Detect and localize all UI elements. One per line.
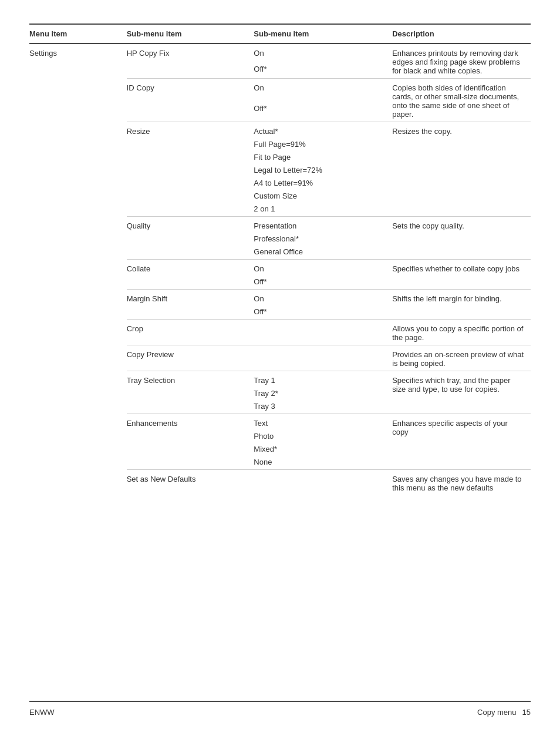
sub-menu-1-cell: Collate [127, 260, 254, 290]
sub-menu-2-cell: On [254, 43, 392, 63]
description-cell: Provides an on-screen preview of what is… [392, 345, 531, 371]
description-cell: Allows you to copy a specific portion of… [392, 320, 531, 345]
sub-menu-2-cell: 2 on 1 [254, 203, 392, 217]
sub-menu-2-cell: Legal to Letter=72% [254, 164, 392, 177]
col-header-sub-menu-2: Sub-menu item [254, 24, 392, 43]
sub-menu-1-cell: HP Copy Fix [127, 43, 254, 79]
sub-menu-2-cell: A4 to Letter=91% [254, 177, 392, 190]
sub-menu-2-cell: On [254, 260, 392, 277]
sub-menu-2-cell: Tray 3 [254, 401, 392, 414]
sub-menu-2-cell: On [254, 290, 392, 307]
sub-menu-2-cell: Tray 1 [254, 371, 392, 388]
sub-menu-2-cell: Fit to Page [254, 152, 392, 164]
menu-item-cell: Settings [29, 43, 127, 495]
footer-right: Copy menu 15 [477, 708, 531, 717]
sub-menu-2-cell: Presentation [254, 217, 392, 234]
description-cell: Sets the copy quality. [392, 217, 531, 260]
menu-table: Menu item Sub-menu item Sub-menu item De… [29, 23, 531, 495]
sub-menu-2-cell: Custom Size [254, 190, 392, 203]
description-cell: Specifies which tray, and the paper size… [392, 371, 531, 414]
sub-menu-2-cell: Tray 2* [254, 388, 392, 401]
description-cell: Shifts the left margin for binding. [392, 290, 531, 320]
sub-menu-2-cell [254, 320, 392, 345]
sub-menu-2-cell: Photo [254, 431, 392, 443]
sub-menu-2-cell: General Office [254, 246, 392, 260]
description-cell: Resizes the copy. [392, 122, 531, 217]
sub-menu-1-cell: Margin Shift [127, 290, 254, 320]
sub-menu-2-cell: Off* [254, 63, 392, 79]
sub-menu-2-cell: None [254, 456, 392, 470]
sub-menu-2-cell [254, 470, 392, 496]
sub-menu-2-cell: Off* [254, 276, 392, 290]
sub-menu-1-cell: Copy Preview [127, 345, 254, 371]
description-cell: Enhances specific aspects of your copy [392, 414, 531, 470]
footer-enww: ENWW [29, 708, 55, 717]
table-header-row: Menu item Sub-menu item Sub-menu item De… [29, 24, 531, 43]
sub-menu-1-cell: Crop [127, 320, 254, 345]
sub-menu-1-cell: Set as New Defaults [127, 470, 254, 496]
sub-menu-1-cell: ID Copy [127, 79, 254, 122]
sub-menu-2-cell: Off* [254, 103, 392, 122]
description-cell: Saves any changes you have made to this … [392, 470, 531, 496]
page-footer: ENWW Copy menu 15 [29, 701, 531, 717]
sub-menu-2-cell [254, 345, 392, 371]
footer-page-number: 15 [522, 708, 531, 717]
sub-menu-1-cell: Enhancements [127, 414, 254, 470]
sub-menu-2-cell: Professional* [254, 233, 392, 246]
description-cell: Specifies whether to collate copy jobs [392, 260, 531, 290]
sub-menu-2-cell: On [254, 79, 392, 103]
sub-menu-2-cell: Mixed* [254, 443, 392, 456]
col-header-description: Description [392, 24, 531, 43]
table-row: SettingsHP Copy FixOnEnhances printouts … [29, 43, 531, 63]
sub-menu-1-cell: Resize [127, 122, 254, 217]
sub-menu-2-cell: Text [254, 414, 392, 431]
sub-menu-1-cell: Tray Selection [127, 371, 254, 414]
sub-menu-2-cell: Full Page=91% [254, 139, 392, 152]
sub-menu-2-cell: Off* [254, 306, 392, 320]
sub-menu-2-cell: Actual* [254, 122, 392, 139]
sub-menu-1-cell: Quality [127, 217, 254, 260]
description-cell: Copies both sides of identification card… [392, 79, 531, 122]
description-cell: Enhances printouts by removing dark edge… [392, 43, 531, 79]
col-header-menu-item: Menu item [29, 24, 127, 43]
col-header-sub-menu-1: Sub-menu item [127, 24, 254, 43]
page-content: Menu item Sub-menu item Sub-menu item De… [29, 23, 531, 717]
footer-copy-menu-label: Copy menu [477, 708, 516, 717]
